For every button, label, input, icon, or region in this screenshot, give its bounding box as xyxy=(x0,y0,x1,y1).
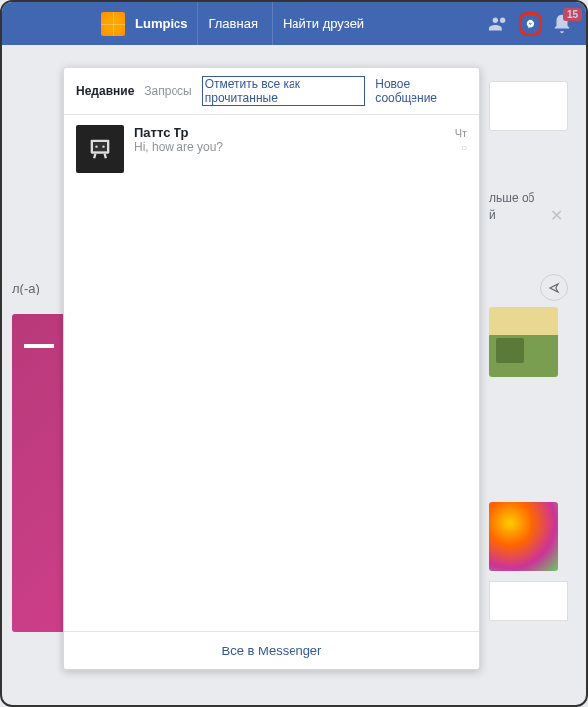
truncated-text: л(-а) xyxy=(12,281,40,295)
nav-home[interactable]: Главная xyxy=(197,2,267,45)
messenger-icon[interactable] xyxy=(519,12,542,36)
svg-point-3 xyxy=(102,146,104,148)
notification-badge: 15 xyxy=(563,8,582,21)
side-widget xyxy=(489,81,568,131)
avatar xyxy=(76,125,124,173)
truncated-text: льше об й xyxy=(489,190,568,224)
friend-requests-icon[interactable] xyxy=(487,12,511,36)
top-navbar: Lumpics Главная Найти друзей 15 xyxy=(2,2,586,45)
mark-all-read-link[interactable]: Отметить все как прочитанные xyxy=(202,76,366,106)
message-preview: Hi, how are you? xyxy=(134,140,223,154)
svg-rect-1 xyxy=(93,142,107,151)
share-button[interactable] xyxy=(540,274,568,301)
message-time: Чт xyxy=(455,127,467,139)
message-sender: Паттс Тр xyxy=(134,125,188,140)
new-message-link[interactable]: Новое сообщение xyxy=(375,77,467,105)
message-list: Паттс Тр Чт Hi, how are you? ○ xyxy=(64,115,479,631)
dropdown-header: Недавние Запросы Отметить все как прочит… xyxy=(64,68,479,115)
dropdown-footer: Все в Messenger xyxy=(64,631,479,669)
messenger-dropdown: Недавние Запросы Отметить все как прочит… xyxy=(63,67,480,670)
unread-dot-icon: ○ xyxy=(461,142,467,153)
profile-name[interactable]: Lumpics xyxy=(135,16,187,31)
game-thumbnail[interactable] xyxy=(489,502,558,571)
message-item[interactable]: Паттс Тр Чт Hi, how are you? ○ xyxy=(64,115,479,182)
see-all-messenger-link[interactable]: Все в Messenger xyxy=(222,644,322,658)
tab-recent[interactable]: Недавние xyxy=(76,84,134,98)
notifications-icon[interactable]: 15 xyxy=(550,12,574,36)
tab-requests[interactable]: Запросы xyxy=(144,84,191,98)
game-thumbnail[interactable] xyxy=(489,307,558,377)
nav-find-friends[interactable]: Найти друзей xyxy=(272,2,374,45)
brand-logo[interactable] xyxy=(101,12,125,36)
svg-point-2 xyxy=(95,146,97,148)
